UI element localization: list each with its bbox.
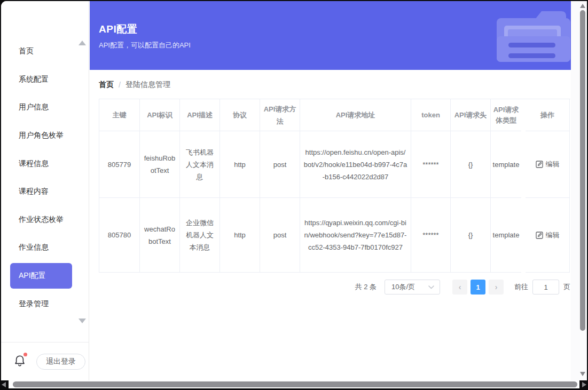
cell-url: https://qyapi.weixin.qq.com/cgi-bin/webh… [300,198,411,273]
page-number-button[interactable]: 1 [471,280,485,295]
cell-description-text: 企业微信机器人文本消息 [183,217,216,253]
goto-label: 前往 [514,282,528,292]
sidebar-footer: 退出登录 [1,342,89,380]
notification-bell-icon[interactable] [14,354,26,369]
fixed-column-gap [521,131,526,198]
breadcrumb: 首页 / 登陆信息管理 [99,80,579,90]
sidebar-item-label: 课程信息 [19,159,49,169]
cell-id: 805779 [99,131,140,198]
sidebar-item[interactable]: 课程信息 [1,149,89,178]
prev-page-button[interactable]: ‹ [452,280,467,295]
edit-button-label: 编辑 [546,230,560,240]
scroll-right-arrow-icon[interactable] [582,382,586,387]
cell-token: ****** [411,198,451,273]
page-header: API配置 API配置，可以配置自己的API [90,1,579,70]
scroll-up-arrow-icon[interactable] [580,4,585,8]
edit-icon [536,161,543,168]
column-header: token [411,99,451,131]
sidebar-item[interactable]: 登录管理 [1,290,89,318]
sidebar-item-label: 课程内容 [19,187,49,196]
cell-id: 805780 [99,198,140,273]
sidebar-item-label: 首页 [19,46,34,56]
cell-method-text: post [273,158,287,171]
page-size-select[interactable]: 10条/页 [385,280,440,295]
table-row: 805780wechatRobotText企业微信机器人文本消息httppost… [99,198,570,273]
fixed-column-gap [521,99,526,131]
breadcrumb-current: 登陆信息管理 [126,80,170,90]
cell-token-text: ****** [422,158,438,171]
column-header: API请求地址 [300,99,411,131]
column-header-text: token [421,109,440,121]
next-page-button[interactable]: › [489,280,504,295]
app-window: 首页 系统配置 用户信息 用户角色枚举 课程信息 课程内容 作业状态枚举 作业信… [1,1,587,380]
scroll-down-arrow-icon[interactable] [580,372,585,376]
cell-headers-text: {} [468,229,473,241]
column-header: API标识 [140,99,180,131]
cell-description: 企业微信机器人文本消息 [180,198,220,273]
column-header-text: API请求方法 [263,103,296,128]
cell-identifier: feishuRobotText [140,131,180,198]
sidebar-item[interactable]: 作业信息 [1,234,89,262]
menu-scroll-down-icon[interactable] [79,319,86,323]
cell-method-text: post [273,229,287,241]
cell-identifier: wechatRobotText [140,198,180,273]
goto-page-input[interactable] [532,280,559,295]
edit-button-label: 编辑 [546,160,560,169]
cell-body_type: template [491,131,521,198]
cell-id-text: 805779 [108,158,131,171]
sidebar-item[interactable]: 用户信息 [1,93,89,122]
cell-body_type-text: template [491,158,521,171]
cell-token: ****** [411,131,451,198]
edit-button[interactable]: 编辑 [536,160,560,169]
sidebar: 首页 系统配置 用户信息 用户角色枚举 课程信息 课程内容 作业状态枚举 作业信… [1,1,89,380]
cell-identifier-text: wechatRobotText [143,223,176,248]
pager: ‹ 1 › [452,280,504,295]
column-header-text: API请求体类型 [491,105,521,126]
fixed-column-gap [521,198,526,273]
api-table: 主键API标识API描述协议API请求方法API请求地址tokenAPI请求头A… [99,99,570,273]
sidebar-item[interactable]: 系统配置 [1,66,89,94]
pagination-total: 共 2 条 [355,282,377,292]
sidebar-item-label: 作业信息 [19,243,49,252]
breadcrumb-separator: / [119,81,121,89]
cell-headers: {} [451,131,491,198]
column-header-text: API描述 [187,109,213,121]
sidebar-item[interactable]: API配置 [1,262,89,290]
cell-body_type-text: template [491,229,521,241]
scroll-left-arrow-icon[interactable] [2,382,6,387]
cell-headers-text: {} [468,158,473,171]
horizontal-scrollbar-thumb[interactable] [13,381,577,387]
column-header-text: API请求地址 [336,109,375,121]
column-header: API请求头 [451,99,491,131]
notification-dot [23,353,27,356]
vertical-scrollbar[interactable] [571,1,579,380]
sidebar-item[interactable]: 作业状态枚举 [1,206,89,234]
page-size-value: 10条/页 [391,282,415,292]
column-header: API描述 [180,99,220,131]
breadcrumb-home-link[interactable]: 首页 [99,80,114,90]
cell-identifier-text: feishuRobotText [143,152,176,177]
table-row: 805779feishuRobotText飞书机器人文本消息httppostht… [99,131,570,198]
cell-protocol: http [220,198,260,273]
goto-page: 前往 页 [514,280,570,295]
goto-suffix: 页 [563,282,570,292]
cell-token-text: ****** [422,229,438,241]
vertical-scrollbar-thumb[interactable] [580,10,585,331]
cell-url-text: https://qyapi.weixin.qq.com/cgi-bin/webh… [303,217,407,253]
horizontal-scrollbar-track[interactable] [9,380,579,388]
cell-actions: 编辑 [526,131,570,198]
page-title: API配置 [99,22,137,36]
cell-protocol: http [220,131,260,198]
edit-button[interactable]: 编辑 [536,230,560,240]
cell-actions: 编辑 [526,198,570,273]
column-header: 协议 [220,99,260,131]
content: 首页 / 登陆信息管理 主键API标识API描述协议API请求方法API请求地址… [99,70,579,380]
pagination: 共 2 条 10条/页 ‹ 1 › 前往 页 [99,280,570,295]
logout-button[interactable]: 退出登录 [36,354,85,370]
column-header: API请求体类型 [491,99,521,131]
sidebar-item[interactable]: 首页 [1,37,89,66]
sidebar-item[interactable]: 课程内容 [1,178,89,206]
cell-protocol-text: http [234,158,246,171]
column-header: 主键 [99,99,140,131]
sidebar-item[interactable]: 用户角色枚举 [1,122,89,150]
